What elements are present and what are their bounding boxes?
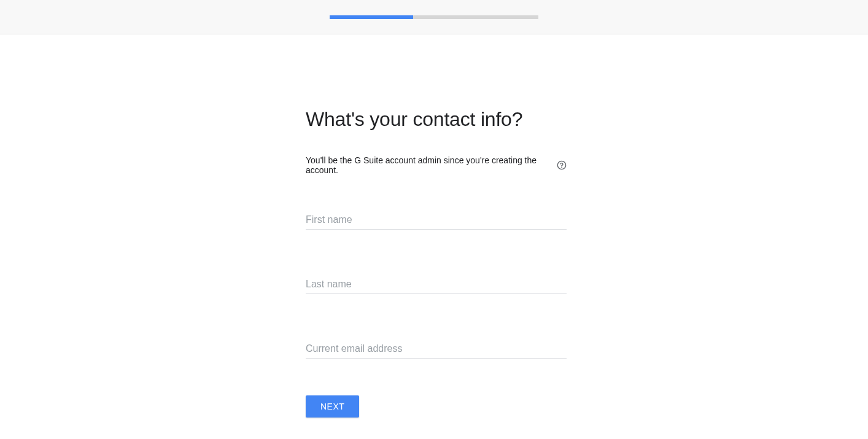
header-bar: [0, 0, 868, 34]
subtext: You'll be the G Suite account admin sinc…: [306, 155, 552, 175]
first-name-field-group: [306, 212, 567, 230]
first-name-input[interactable]: [306, 212, 567, 230]
last-name-input[interactable]: [306, 276, 567, 294]
page-heading: What's your contact info?: [306, 108, 567, 131]
next-button[interactable]: NEXT: [306, 395, 359, 418]
help-icon[interactable]: [557, 160, 567, 170]
subtext-row: You'll be the G Suite account admin sinc…: [306, 155, 567, 175]
email-field-group: [306, 341, 567, 359]
progress-fill: [330, 15, 413, 19]
progress-track: [330, 15, 538, 19]
email-input[interactable]: [306, 341, 567, 359]
svg-point-1: [562, 167, 562, 168]
last-name-field-group: [306, 276, 567, 294]
form-content: What's your contact info? You'll be the …: [306, 34, 567, 418]
